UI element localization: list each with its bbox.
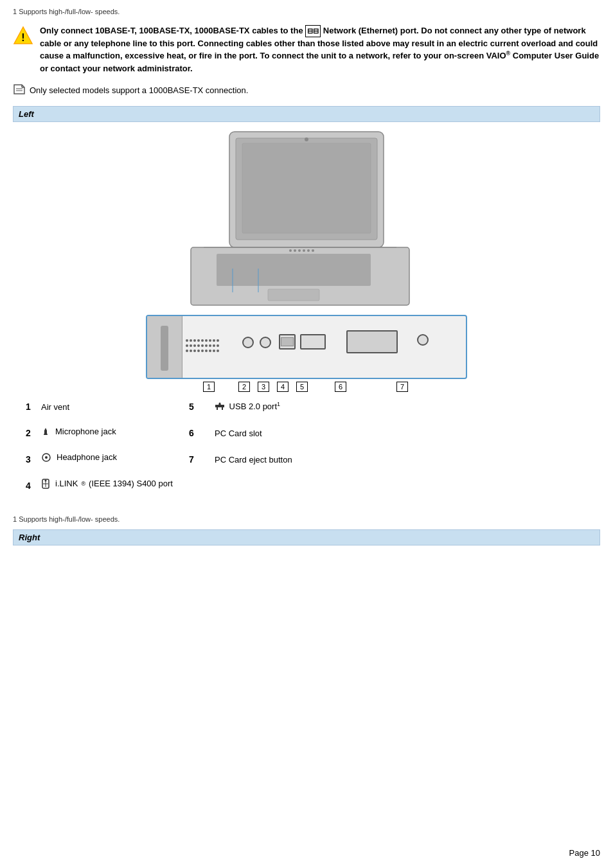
note-text: Only selected models support a 1000BASE-… [30,85,248,95]
item-num-2: 2 [26,428,41,438]
warning-text: Only connect 10BASE-T, 100BASE-TX, 1000B… [40,24,600,75]
svg-point-29 [213,339,215,342]
svg-point-45 [205,350,208,352]
svg-point-17 [307,249,310,252]
svg-point-47 [213,350,215,352]
port-num-5: 5 [296,382,308,392]
svg-point-43 [197,350,200,352]
page-number: Page 10 [569,848,600,858]
svg-point-31 [186,344,188,347]
footnote-top: 1 Supports high-/full-/low- speeds. [13,8,600,15]
port-num-6: 6 [335,382,346,392]
section-right-header: Right [13,529,600,545]
warning-icon: ! [13,26,33,46]
svg-point-48 [217,350,219,352]
svg-rect-50 [44,434,48,435]
svg-point-40 [186,350,188,352]
ilink-inner [281,337,294,346]
svg-point-24 [193,339,196,342]
svg-point-49 [219,403,221,405]
svg-rect-12 [268,289,319,301]
svg-point-9 [305,137,308,141]
item-label-7: PC Card eject button [215,455,292,465]
item-num-1: 1 [26,402,41,412]
item-label-2: Microphone jack [41,427,182,436]
warning-box: ! Only connect 10BASE-T, 100BASE-TX, 100… [13,24,600,75]
port-num-7-area: 7 [369,382,408,391]
items-list: 1 Air vent 5 USB 2.0 port1 2 Microphone … [13,394,600,511]
item-row-2-6: 2 Microphone jack 6 PC Card slot [26,427,587,438]
svg-point-34 [197,344,200,347]
item-label-1: Air vent [41,402,182,412]
port-num-5-area: 5 [292,382,312,391]
svg-point-44 [201,350,204,352]
item-row-3-7: 3 Headphone jack 7 PC Card eject button [26,452,587,465]
port-num-4-area: 4 [273,382,292,391]
item-num-7: 7 [189,454,215,465]
item-num-6: 6 [189,428,215,438]
item-num-3: 3 [26,454,41,465]
laptop-illustration [127,128,486,315]
port-numbers-row: 1 2 3 4 5 6 7 [146,382,467,391]
svg-point-26 [201,339,204,342]
svg-point-18 [312,249,314,252]
item-label-3: Headphone jack [41,452,182,463]
port-num-1: 1 [203,382,215,392]
svg-point-25 [197,339,200,342]
item-label-4: i.LINK® (IEEE 1394) S400 port [41,479,173,489]
mic-jack-port [242,337,254,348]
item-num-5: 5 [189,402,215,412]
left-edge [147,316,182,379]
footnote-bottom: 1 Supports high-/full-/low- speeds. [13,515,600,523]
ilink-port [279,334,296,350]
svg-point-14 [294,249,296,252]
item-label-6: PC Card slot [215,429,262,438]
port-num-2: 2 [238,382,250,392]
svg-point-38 [213,344,215,347]
port-num-6-area: 6 [312,382,369,391]
svg-rect-11 [217,254,371,286]
svg-point-22 [186,339,188,342]
eject-button [417,334,429,346]
item-row-4: 4 i.LINK® (IEEE 1394) S400 port [26,479,587,491]
item-num-4: 4 [26,481,41,491]
svg-point-39 [217,344,219,347]
laptop-diagram: 1 2 3 4 5 6 7 [13,122,600,394]
section-left-header: Left [13,106,600,122]
port-num-3-area: 3 [254,382,273,391]
svg-text:!: ! [21,32,24,43]
svg-point-32 [190,344,192,347]
speaker-grille [184,335,236,363]
svg-point-16 [303,249,305,252]
svg-point-36 [205,344,208,347]
port-num-3: 3 [258,382,269,392]
usb-ports [300,334,326,350]
ports-closeup [146,315,467,379]
svg-rect-8 [242,143,371,233]
pc-card-slot [346,330,398,353]
port-num-1-area: 1 [183,382,235,391]
item-row-1-5: 1 Air vent 5 USB 2.0 port1 [26,401,587,412]
item-label-5: USB 2.0 port1 [215,401,280,412]
svg-point-23 [190,339,192,342]
port-num-4: 4 [277,382,289,392]
hinge-detail [161,326,168,371]
svg-point-15 [298,249,301,252]
svg-point-41 [190,350,192,352]
diagram-container: 1 2 3 4 5 6 7 [127,128,486,391]
svg-point-30 [217,339,219,342]
svg-point-42 [193,350,196,352]
svg-point-33 [193,344,196,347]
svg-point-13 [289,249,292,252]
svg-point-56 [45,479,47,481]
svg-point-27 [205,339,208,342]
svg-point-37 [209,344,211,347]
svg-point-28 [209,339,211,342]
headphone-jack-port [260,337,271,348]
svg-point-46 [209,350,211,352]
svg-point-52 [45,456,48,459]
svg-point-35 [201,344,204,347]
port-num-2-area: 2 [235,382,254,391]
note-line: Only selected models support a 1000BASE-… [13,84,600,97]
port-num-7: 7 [396,382,408,392]
